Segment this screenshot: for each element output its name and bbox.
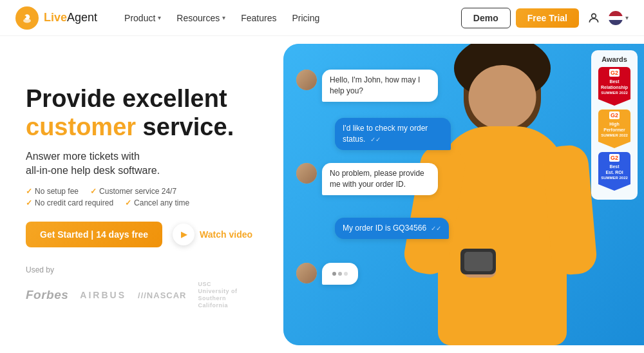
brand-forbes: Forbes — [26, 288, 68, 302]
read-receipt-icon-2: ✓✓ — [431, 225, 441, 232]
badge-2-chevron — [598, 142, 630, 148]
svg-point-2 — [24, 15, 26, 18]
chat-message-4: My order ID is GQ34566 ✓✓ — [335, 218, 449, 239]
logo[interactable]: LiveAgent — [15, 6, 97, 30]
hero-section: Provide excellent customer service. Answ… — [0, 36, 283, 353]
watch-video-button[interactable]: ▶ Watch video — [173, 224, 252, 245]
user-bubble-1: I'd like to check my order status. ✓✓ — [335, 118, 451, 150]
perks-list: No setup fee Customer service 24/7 No cr… — [26, 187, 263, 207]
nav-features[interactable]: Features — [234, 9, 283, 27]
perk-2: Customer service 24/7 — [90, 187, 176, 196]
chat-message-5 — [296, 263, 358, 285]
badge-1-chevron — [598, 99, 630, 106]
badge-3-shape: G2 BestEst. ROISUMMER 2022 — [598, 152, 630, 184]
hero-subtitle: Answer more tickets with all-in-one help… — [26, 149, 263, 178]
chat-area: Hello, I'm John, how may I help you? I'd… — [283, 44, 644, 345]
agent-avatar-2 — [296, 163, 317, 184]
g2-logo-2: G2 — [609, 111, 620, 119]
chevron-down-icon: ▾ — [222, 14, 225, 21]
brand-nascar: ///NASCAR — [138, 291, 186, 300]
badge-2-shape: G2 HighPerformerSUMMER 2022 — [598, 110, 630, 142]
chevron-down-icon: ▾ — [625, 14, 629, 21]
perk-4: Cancel any time — [125, 198, 189, 207]
g2-logo-3: G2 — [609, 154, 620, 162]
logo-text: LiveAgent — [44, 11, 97, 24]
read-receipt-icon: ✓✓ — [370, 136, 381, 143]
agent-bubble-1: Hello, I'm John, how may I help you? — [322, 70, 438, 102]
language-selector[interactable]: ▾ — [609, 11, 629, 25]
logo-icon — [15, 6, 39, 30]
award-badge-3: G2 BestEst. ROISUMMER 2022 — [598, 152, 631, 191]
awards-title: Awards — [598, 55, 631, 63]
cta-row: Get Started | 14 days free ▶ Watch video — [26, 222, 263, 247]
perk-3: No credit card required — [26, 198, 113, 207]
nav-resources[interactable]: Resources ▾ — [170, 9, 232, 27]
nav-links: Product ▾ Resources ▾ Features Pricing — [118, 9, 461, 27]
chat-message-3: No problem, please provide me with your … — [296, 163, 438, 195]
main-content: Provide excellent customer service. Answ… — [0, 36, 644, 353]
nav-pricing[interactable]: Pricing — [286, 9, 327, 27]
hero-title: Provide excellent customer service. — [26, 85, 263, 141]
dot-3 — [344, 272, 348, 276]
navbar: LiveAgent Product ▾ Resources ▾ Features… — [0, 0, 644, 36]
badge-1-text: BestRelationshipSUMMER 2022 — [600, 78, 629, 97]
used-by-label: Used by — [26, 265, 263, 274]
svg-point-1 — [23, 18, 31, 23]
user-icon[interactable] — [584, 8, 603, 28]
svg-point-3 — [592, 14, 596, 18]
hero-image-section: Hello, I'm John, how may I help you? I'd… — [283, 44, 644, 345]
agent-avatar-1 — [296, 70, 317, 90]
dot-1 — [332, 272, 336, 276]
free-trial-button[interactable]: Free Trial — [516, 8, 579, 28]
nav-product[interactable]: Product ▾ — [118, 9, 167, 27]
award-badge-2: G2 HighPerformerSUMMER 2022 — [598, 110, 631, 148]
agent-bubble-2: No problem, please provide me with your … — [322, 163, 438, 195]
play-icon: ▶ — [173, 224, 194, 245]
g2-logo-1: G2 — [609, 69, 620, 77]
chat-message-1: Hello, I'm John, how may I help you? — [296, 70, 438, 102]
chevron-down-icon: ▾ — [158, 14, 161, 21]
perk-1: No setup fee — [26, 187, 79, 196]
typing-indicator — [322, 263, 358, 285]
chat-message-2: I'd like to check my order status. ✓✓ — [335, 118, 451, 150]
demo-button[interactable]: Demo — [461, 8, 511, 28]
award-badge-1: G2 BestRelationshipSUMMER 2022 — [598, 67, 631, 106]
awards-panel: Awards G2 BestRelationshipSUMMER 2022 G2… — [591, 50, 638, 200]
brand-airbus: AIRBUS — [80, 290, 126, 300]
agent-avatar-3 — [296, 263, 317, 283]
typing-dots — [332, 269, 348, 278]
dot-2 — [338, 272, 342, 276]
nav-actions: Demo Free Trial ▾ — [461, 8, 629, 28]
brand-logos: Forbes AIRBUS ///NASCAR USCUniversity of… — [26, 281, 263, 309]
badge-2-text: HighPerformerSUMMER 2022 — [600, 120, 629, 139]
badge-3-chevron — [598, 184, 630, 191]
user-bubble-2: My order ID is GQ34566 ✓✓ — [335, 218, 449, 239]
badge-1-shape: G2 BestRelationshipSUMMER 2022 — [598, 67, 630, 99]
badge-3-text: BestEst. ROISUMMER 2022 — [600, 163, 629, 182]
brand-usc: USCUniversity ofSouthern California — [198, 281, 249, 309]
get-started-button[interactable]: Get Started | 14 days free — [26, 222, 162, 247]
